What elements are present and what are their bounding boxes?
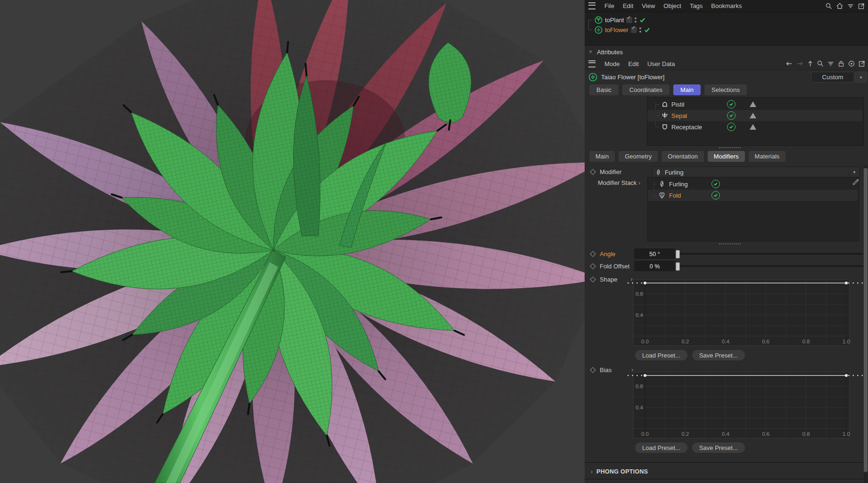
enabled-check-icon[interactable] <box>727 111 736 120</box>
edit-badge-icon[interactable] <box>631 27 637 33</box>
triangle-icon[interactable] <box>750 124 756 130</box>
subtab-geometry[interactable]: Geometry <box>619 151 658 162</box>
load-preset-button[interactable]: Load Preset... <box>635 442 687 453</box>
object-row-toflower[interactable]: toFlower <box>587 25 651 35</box>
forward-icon[interactable] <box>796 60 804 67</box>
stack-item-fold[interactable]: Fold <box>648 190 858 201</box>
subtab-materials[interactable]: Materials <box>749 151 786 162</box>
hamburger-icon[interactable] <box>588 60 595 67</box>
spline-point[interactable] <box>845 282 848 284</box>
load-preset-button[interactable]: Load Preset... <box>635 350 687 360</box>
triangle-icon[interactable] <box>750 101 756 107</box>
chevron-down-icon[interactable]: ▾ <box>849 167 860 177</box>
home-icon[interactable] <box>836 2 843 10</box>
list-item-sepal[interactable]: Sepal <box>647 110 862 121</box>
keyframe-diamond-icon[interactable] <box>590 263 596 269</box>
new-window-icon[interactable] <box>858 60 866 67</box>
keyframe-diamond-icon[interactable] <box>590 276 596 283</box>
shape-label: Shape <box>600 276 618 283</box>
furling-leaf-icon <box>655 169 662 176</box>
menu-tags[interactable]: Tags <box>686 2 707 9</box>
enabled-check-icon[interactable] <box>727 123 736 131</box>
filter-icon[interactable] <box>847 2 854 10</box>
edit-badge-icon[interactable] <box>626 17 632 23</box>
object-title-row: Taiao Flower [toFlower] Custom ▾ <box>585 71 868 83</box>
panel-resize-handle[interactable] <box>719 147 741 150</box>
filter-icon[interactable] <box>827 60 835 67</box>
fold-offset-input[interactable]: 0 % <box>634 261 675 271</box>
keyframe-diamond-icon[interactable] <box>590 367 596 373</box>
enabled-check-icon[interactable] <box>711 191 720 200</box>
menu-edit[interactable]: Edit <box>619 2 637 9</box>
target-icon[interactable] <box>848 60 855 67</box>
stack-item-label[interactable]: Furling <box>669 181 711 188</box>
search-icon[interactable] <box>825 2 833 10</box>
subtab-modifiers[interactable]: Modifiers <box>708 151 745 162</box>
fold-offset-slider[interactable] <box>678 265 863 267</box>
spline-point[interactable] <box>845 374 848 377</box>
scrollbar-thumb[interactable] <box>864 168 868 472</box>
tab-coordinates[interactable]: Coordinates <box>622 84 670 95</box>
attr-menu-edit[interactable]: Edit <box>624 60 643 67</box>
preset-dropdown-arrow[interactable]: ▾ <box>855 72 867 83</box>
scrollbar[interactable] <box>864 165 868 483</box>
subtab-orientation[interactable]: Orientation <box>661 151 704 162</box>
enabled-check-icon[interactable] <box>711 180 720 188</box>
expander-icon[interactable]: › <box>638 180 640 186</box>
svg-text:0.4: 0.4 <box>722 431 730 437</box>
expander-icon[interactable]: › <box>591 468 593 475</box>
component-label[interactable]: Pistil <box>671 101 727 108</box>
enabled-check-icon[interactable] <box>644 26 651 33</box>
menu-view[interactable]: View <box>637 2 659 9</box>
object-row-toplant[interactable]: toPlant <box>587 15 646 25</box>
keyframe-diamond-icon[interactable] <box>590 169 596 175</box>
component-label[interactable]: Receptacle <box>671 124 727 131</box>
object-label[interactable]: toPlant <box>605 17 624 24</box>
close-icon[interactable]: × <box>589 49 592 55</box>
save-preset-button[interactable]: Save Preset... <box>692 350 745 360</box>
angle-slider[interactable] <box>678 253 863 255</box>
save-preset-button[interactable]: Save Preset... <box>692 442 745 453</box>
enabled-check-icon[interactable] <box>727 100 736 108</box>
hamburger-icon[interactable] <box>588 2 595 9</box>
stack-item-label[interactable]: Fold <box>669 192 711 199</box>
search-icon[interactable] <box>817 60 824 67</box>
tab-basic[interactable]: Basic <box>589 84 619 95</box>
subtab-main[interactable]: Main <box>589 151 615 162</box>
slider-handle[interactable] <box>676 262 680 271</box>
lock-icon[interactable] <box>837 60 845 67</box>
up-icon[interactable] <box>807 60 814 67</box>
pick-pen-icon[interactable] <box>851 178 860 186</box>
preset-select[interactable]: Custom <box>811 72 854 83</box>
layer-dots-icon[interactable] <box>639 27 641 33</box>
attr-menu-userdata[interactable]: User Data <box>643 60 679 67</box>
viewport-3d[interactable] <box>0 0 585 483</box>
list-item-receptacle[interactable]: Receptacle <box>647 121 862 133</box>
triangle-icon[interactable] <box>750 113 756 118</box>
attr-menu-mode[interactable]: Mode <box>600 60 624 67</box>
menu-object[interactable]: Object <box>659 2 686 9</box>
component-label[interactable]: Sepal <box>671 112 727 119</box>
enabled-check-icon[interactable] <box>639 17 646 24</box>
keyframe-diamond-icon[interactable] <box>590 251 596 257</box>
tab-selections[interactable]: Selections <box>704 84 747 95</box>
angle-input[interactable]: 50 ° <box>634 249 675 259</box>
phong-options-header[interactable]: › PHONG OPTIONS <box>585 467 868 476</box>
object-label[interactable]: toFlower <box>605 26 628 33</box>
new-window-icon[interactable] <box>858 2 865 10</box>
tab-main[interactable]: Main <box>673 84 701 95</box>
spline-point[interactable] <box>644 282 646 284</box>
layer-dots-icon[interactable] <box>635 17 637 23</box>
shape-spline-graph[interactable]: 0.8 0.4 0.0 0.2 0.4 0.6 0.8 1.0 <box>626 277 868 348</box>
back-icon[interactable] <box>785 60 793 67</box>
spline-point[interactable] <box>644 374 646 377</box>
menu-file[interactable]: File <box>600 2 619 9</box>
stack-item-furling[interactable]: Furling <box>648 178 858 190</box>
bias-spline-graph[interactable]: 0.8 0.4 0.0 0.2 0.4 0.6 0.8 1.0 <box>626 370 868 441</box>
list-item-pistil[interactable]: Pistil <box>647 99 862 110</box>
modifier-dropdown[interactable]: Furling ▾ <box>652 167 860 178</box>
slider-handle[interactable] <box>676 250 680 258</box>
menu-bookmarks[interactable]: Bookmarks <box>707 2 746 9</box>
fold-icon <box>658 192 666 199</box>
panel-resize-handle[interactable] <box>719 243 741 246</box>
